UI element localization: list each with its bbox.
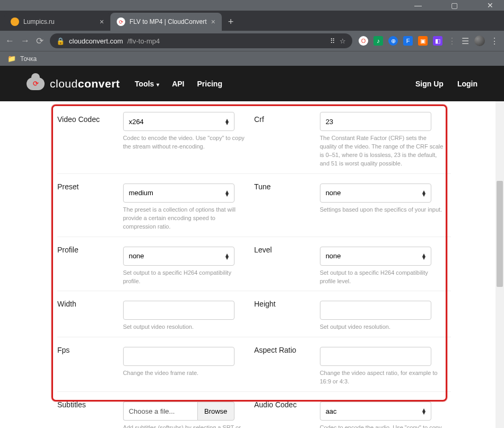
profile-avatar[interactable]: [474, 36, 485, 46]
window-controls: — ▢ ✕: [0, 0, 504, 11]
select-preset[interactable]: medium▴▾: [123, 184, 234, 203]
help-aspect-ratio: Change the video aspect ratio, for examp…: [320, 369, 445, 386]
file-subtitles[interactable]: Choose a file... Browse: [123, 401, 234, 421]
nav-api[interactable]: API: [172, 80, 184, 88]
label-profile: Profile: [57, 237, 123, 291]
tab-close-icon[interactable]: ×: [211, 18, 215, 26]
kebab-menu-icon[interactable]: ⋮: [490, 36, 499, 46]
nav-login[interactable]: Login: [457, 80, 477, 88]
app-header: ⟳ cloudconvert Tools ▾ API Pricing Sign …: [0, 66, 504, 101]
select-profile[interactable]: none▴▾: [123, 247, 234, 266]
window-minimize[interactable]: —: [407, 1, 429, 10]
ext-separator: ⋮: [448, 36, 456, 46]
options-form: Video Codec x264▴▾ Codec to encode the v…: [57, 107, 451, 428]
select-level[interactable]: none▴▾: [320, 247, 431, 266]
tab-cloudconvert[interactable]: ⟳ FLV to MP4 | CloudConvert ×: [110, 13, 222, 31]
label-tune: Tune: [254, 173, 320, 237]
ext-icon[interactable]: ▣: [418, 36, 428, 46]
label-video-codec: Video Codec: [57, 107, 123, 173]
extensions: O ♪ ⊕ F ▣ ◧ ⋮ ☰ ⋮: [359, 36, 499, 46]
label-level: Level: [254, 237, 320, 291]
label-subtitles: Subtitles: [57, 392, 123, 428]
help-video-codec: Codec to encode the video. Use "copy" to…: [123, 134, 248, 151]
address-bar: ← → ⟳ 🔒 cloudconvert.com/flv-to-mp4 ⠿ ☆ …: [0, 31, 504, 51]
label-fps: Fps: [57, 337, 123, 392]
ext-icon[interactable]: ◧: [433, 36, 442, 46]
label-height: Height: [254, 291, 320, 337]
nav-pricing[interactable]: Pricing: [197, 80, 222, 88]
chevron-down-icon: ▾: [155, 82, 159, 88]
bookmarks-bar: 📁 Точка: [0, 51, 504, 66]
nav-tools[interactable]: Tools ▾: [135, 80, 159, 88]
cloud-icon: ⟳: [27, 77, 45, 90]
help-audio-codec: Codec to encode the audio. Use "copy" to…: [320, 424, 445, 428]
star-icon[interactable]: ☆: [340, 37, 346, 45]
sort-icon: ▴▾: [225, 118, 229, 125]
label-width: Width: [57, 291, 123, 337]
input-fps[interactable]: [123, 347, 234, 366]
nav-signup[interactable]: Sign Up: [415, 80, 444, 88]
help-tune: Settings based upon the specifics of you…: [320, 206, 445, 214]
window-close[interactable]: ✕: [480, 1, 501, 10]
label-audio-codec: Audio Codec: [254, 392, 320, 428]
help-level: Set output to a specific H264 compatibil…: [320, 269, 445, 286]
input-crf[interactable]: [320, 112, 431, 131]
page-scrollbar[interactable]: [496, 101, 504, 428]
help-crf: The Constant Rate Factor (CRF) sets the …: [320, 134, 445, 168]
input-height[interactable]: [320, 301, 431, 320]
sort-icon: ▴▾: [225, 253, 229, 259]
url-host: cloudconvert.com: [69, 37, 123, 45]
tab-title: Lumpics.ru: [23, 18, 55, 25]
ext-icon[interactable]: O: [359, 36, 368, 46]
tab-close-icon[interactable]: ×: [100, 18, 104, 26]
file-name-display: Choose a file...: [123, 401, 197, 421]
reading-list-icon[interactable]: ☰: [462, 36, 469, 46]
lock-icon: 🔒: [56, 37, 65, 45]
input-aspect-ratio[interactable]: [320, 347, 431, 366]
omnibox[interactable]: 🔒 cloudconvert.com/flv-to-mp4 ⠿ ☆: [50, 33, 352, 48]
ext-icon[interactable]: ♪: [373, 36, 383, 46]
nav-forward-icon[interactable]: →: [21, 36, 30, 46]
tab-strip: Lumpics.ru × ⟳ FLV to MP4 | CloudConvert…: [0, 11, 504, 31]
help-subtitles: Add subtitles (softsubs) by selecting a …: [123, 424, 248, 428]
sort-icon: ▴▾: [422, 253, 425, 259]
help-fps: Change the video frame rate.: [123, 369, 248, 378]
new-tab-button[interactable]: +: [222, 16, 240, 31]
label-crf: Crf: [254, 107, 320, 173]
label-preset: Preset: [57, 173, 123, 237]
select-audio-codec[interactable]: aac▴▾: [320, 401, 431, 421]
scrollbar-thumb[interactable]: [497, 181, 503, 287]
bookmark-folder[interactable]: Точка: [20, 55, 37, 63]
favicon: ⟳: [117, 18, 125, 26]
nav-reload-icon[interactable]: ⟳: [36, 36, 44, 47]
auth-nav: Sign Up Login: [415, 80, 477, 88]
sort-icon: ▴▾: [422, 408, 425, 414]
help-height: Set output video resolution.: [320, 323, 445, 331]
nav-back-icon[interactable]: ←: [5, 36, 14, 46]
url-path: /flv-to-mp4: [127, 37, 160, 45]
sort-icon: ▴▾: [225, 190, 229, 196]
favicon: [11, 18, 19, 26]
select-video-codec[interactable]: x264▴▾: [123, 112, 234, 131]
page-body: ⟳ cloudconvert Tools ▾ API Pricing Sign …: [0, 66, 504, 428]
sort-icon: ▴▾: [422, 190, 425, 196]
logo[interactable]: ⟳ cloudconvert: [27, 77, 120, 90]
select-tune[interactable]: none▴▾: [320, 184, 431, 203]
browse-button[interactable]: Browse: [197, 401, 234, 421]
ext-icon[interactable]: F: [403, 36, 413, 46]
tab-lumpics[interactable]: Lumpics.ru ×: [4, 13, 110, 31]
ext-icon[interactable]: ⊕: [388, 36, 398, 46]
primary-nav: Tools ▾ API Pricing: [135, 80, 222, 88]
help-profile: Set output to a specific H264 compatibil…: [123, 269, 248, 286]
help-width: Set output video resolution.: [123, 323, 248, 331]
logo-text: cloudconvert: [50, 77, 120, 90]
window-maximize[interactable]: ▢: [444, 1, 465, 10]
help-preset: The preset is a collection of options th…: [123, 206, 248, 231]
folder-icon: 📁: [7, 55, 16, 63]
input-width[interactable]: [123, 301, 234, 320]
tab-title: FLV to MP4 | CloudConvert: [129, 18, 207, 25]
translate-icon[interactable]: ⠿: [330, 37, 335, 45]
label-aspect-ratio: Aspect Ratio: [254, 337, 320, 392]
